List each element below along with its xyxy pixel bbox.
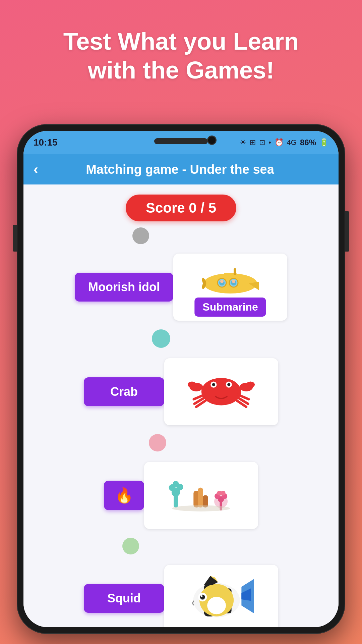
svg-point-20 [246,382,255,388]
svg-point-52 [200,594,205,599]
status-icon-alarm: ⏰ [275,138,284,147]
word-crab[interactable]: Crab [84,377,164,406]
svg-point-40 [221,491,226,496]
status-icon-nfc: ⊡ [259,138,265,147]
crab-illustration [188,372,255,409]
volume-button [13,225,17,252]
game-row-3: 🔥 [94,455,268,536]
speaker-grille [154,138,208,144]
svg-point-48 [207,597,226,614]
word-moorish-idol[interactable]: Moorish idol [75,273,173,302]
game-content: Score 0 / 5 Moorish idol [23,184,339,627]
connector-dot-1 [23,225,298,247]
score-badge: Score 0 / 5 [126,195,236,221]
game-row-4: Squid [74,558,288,627]
submarine-illustration [197,263,264,297]
status-icon-charging: 🔋 [319,138,328,147]
image-fish [164,565,278,627]
coral-illustration [168,475,235,512]
status-icon-brightness: ☀ [240,138,246,147]
status-battery: 86% [300,138,316,147]
back-button[interactable]: ‹ [34,161,38,177]
svg-point-18 [188,382,196,388]
phone-shell: 10:15 ☀ ⊞ ⊡ • ⏰ 4G 86% 🔋 ‹ Matching game… [17,124,345,634]
svg-rect-34 [198,488,203,507]
headline-line1: Test What you Learn [27,27,335,56]
image-coral [144,462,258,529]
app-header: ‹ Matching game - Under the sea [23,154,339,184]
svg-rect-2 [234,268,236,275]
headline: Test What you Learn with the Games! [0,0,362,105]
game-row-1: Moorish idol [65,247,297,327]
image-submarine-label: Submarine [194,298,266,317]
app-title: Matching game - Under the sea [45,162,315,177]
connector-dot-3 [23,432,315,453]
status-time: 10:15 [34,137,58,148]
image-crab [164,358,278,425]
image-submarine: Submarine [173,254,287,321]
phone-screen: 10:15 ☀ ⊞ ⊡ • ⏰ 4G 86% 🔋 ‹ Matching game… [23,131,339,627]
connector-dot-4 [23,536,288,556]
svg-point-31 [173,481,179,487]
headline-line2: with the Games! [27,56,335,85]
svg-point-42 [172,505,230,512]
word-fire[interactable]: 🔥 [104,481,144,510]
word-squid[interactable]: Squid [84,584,164,613]
fish-illustration [186,576,256,620]
svg-point-12 [201,378,241,406]
status-icon-wifi: ⊞ [250,138,256,147]
game-row-2: Crab [74,352,288,432]
status-icon-signal: 4G [287,138,297,147]
svg-point-5 [220,280,224,283]
svg-point-14 [212,383,215,386]
dot-gray [132,227,149,244]
dot-pink [149,434,166,451]
dot-green [122,538,139,554]
svg-point-16 [227,383,230,386]
phone-mockup: 10:15 ☀ ⊞ ⊡ • ⏰ 4G 86% 🔋 ‹ Matching game… [17,124,345,634]
dot-teal [152,329,170,348]
svg-point-53 [201,595,203,597]
status-icon-dot: • [268,138,271,147]
svg-point-8 [232,280,235,283]
power-button [345,211,349,252]
status-icons: ☀ ⊞ ⊡ • ⏰ 4G 86% 🔋 [240,138,328,147]
connector-dot-2 [23,327,318,350]
